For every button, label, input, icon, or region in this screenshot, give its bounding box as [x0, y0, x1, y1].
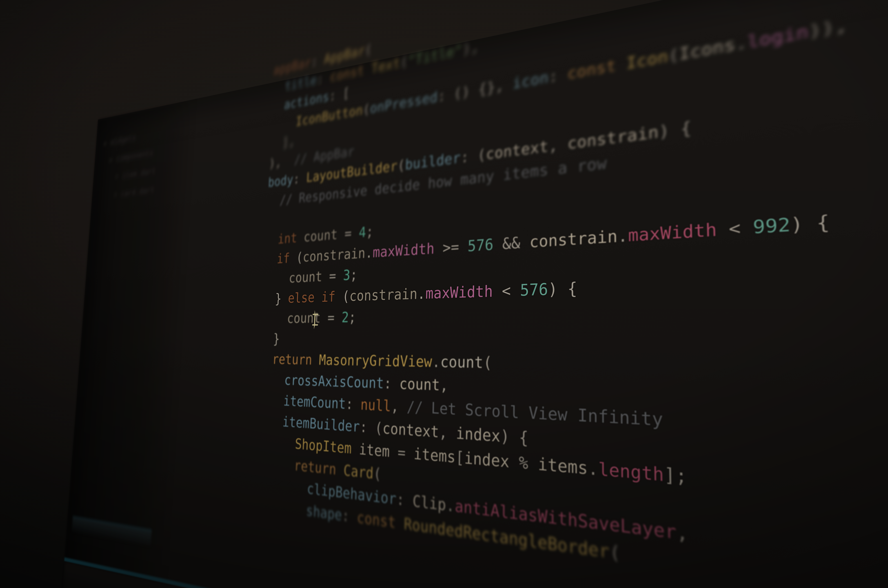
code-token: (	[374, 464, 382, 483]
code-token: =	[322, 267, 344, 285]
code-token: ) {	[548, 278, 578, 299]
code-token: login	[747, 21, 809, 52]
code-token: else if	[288, 288, 343, 306]
code-token: RoundedRectangleBorder	[404, 514, 610, 562]
code-token: shape	[306, 501, 342, 524]
code-token: constrain	[303, 244, 366, 265]
status-bar[interactable]	[64, 557, 888, 588]
code-token: count	[287, 309, 321, 326]
code-token: icon	[513, 68, 549, 92]
code-token: :	[345, 395, 361, 413]
code-token: ),	[462, 38, 479, 58]
code-token: : [	[329, 85, 350, 104]
code-token: :	[316, 69, 330, 87]
code-token: item	[359, 440, 390, 460]
monitor-screen: ▸ widgets ▸ components • item.dart • car…	[60, 0, 888, 588]
code-token: 4	[358, 224, 366, 241]
code-token: int	[278, 229, 304, 247]
code-token: ),	[268, 152, 294, 171]
code-token: count	[303, 226, 338, 245]
code-token: .	[735, 32, 748, 54]
code-token: ,	[440, 376, 448, 394]
code-token: .	[365, 244, 373, 261]
code-token: .	[432, 352, 441, 371]
file-explorer-sidebar[interactable]: ▸ widgets ▸ components • item.dart • car…	[60, 99, 196, 588]
code-token: ) {	[500, 426, 528, 448]
code-token: <	[493, 280, 520, 300]
code-token: // Let Scroll View Infinity	[406, 398, 663, 430]
code-token: ,	[439, 423, 456, 442]
code-token: ,	[391, 397, 407, 416]
code-token: body	[268, 172, 294, 190]
code-token: :	[293, 170, 307, 187]
code-token: ],	[282, 133, 296, 150]
code-token: MasonryGridView	[319, 351, 432, 370]
code-content[interactable]: appBar: AppBar( title: const Text("Title…	[203, 0, 875, 588]
code-token: index	[456, 423, 501, 446]
code-token: =	[338, 224, 359, 243]
code-editor[interactable]: ▸ widgets ▸ components • item.dart • car…	[60, 0, 888, 588]
code-token: :	[396, 490, 413, 510]
code-token: ;	[366, 223, 374, 240]
code-token: constrain	[567, 122, 659, 153]
code-token: Icons	[679, 34, 736, 64]
code-token: ;	[350, 266, 358, 283]
code-token: (	[363, 100, 370, 118]
code-token: ShopItem	[295, 435, 359, 458]
code-token: %	[509, 452, 538, 474]
code-token	[218, 218, 225, 233]
code-token: (	[342, 288, 350, 304]
code-token: count	[440, 352, 483, 372]
code-token: ;	[348, 309, 356, 326]
code-line[interactable]: shape: const RoundedRectangleBorder(	[203, 486, 875, 588]
code-token: Icon	[626, 46, 668, 73]
code-token: <	[717, 216, 753, 240]
code-token: const	[567, 54, 626, 83]
code-token: return	[272, 351, 319, 368]
code-token: itemBuilder	[282, 413, 360, 436]
code-token: &&	[494, 233, 530, 254]
code-token: 992	[753, 214, 791, 238]
code-token: (	[398, 156, 405, 174]
code-token: : (	[360, 418, 383, 437]
code-token: :	[342, 506, 357, 526]
code-token: maxWidth	[628, 219, 717, 246]
code-token: :	[384, 374, 400, 393]
code-token: null	[360, 396, 391, 415]
code-token: .	[588, 458, 598, 480]
code-token: return	[294, 457, 344, 479]
sidebar-ghost-content: ▸ widgets ▸ components • item.dart • car…	[90, 99, 196, 225]
code-token: items	[538, 454, 588, 479]
code-token: const	[357, 508, 404, 533]
code-token: Clip	[412, 492, 446, 514]
code-token: =	[320, 309, 342, 326]
code-token: (	[296, 249, 303, 266]
code-token: }	[273, 331, 280, 346]
code-token: count	[288, 268, 322, 286]
code-token: count	[399, 375, 440, 394]
code-token: >=	[434, 237, 468, 257]
code-token: itemCount	[283, 392, 346, 412]
code-token: if	[277, 250, 297, 267]
code-token: (	[365, 41, 372, 58]
code-token: :	[311, 52, 324, 69]
code-token: =	[390, 442, 414, 463]
code-token: 2	[341, 309, 349, 326]
code-token: (	[483, 353, 492, 372]
code-token: Card	[343, 461, 374, 482]
code-token: (	[400, 53, 408, 70]
code-token: )),	[808, 14, 848, 42]
code-token: crossAxisCount	[284, 372, 384, 392]
code-token: maxWidth	[372, 240, 435, 261]
code-token: maxWidth	[425, 282, 493, 302]
code-token: index	[464, 448, 510, 472]
code-token: context	[382, 419, 439, 441]
code-token: ];	[664, 464, 687, 488]
code-token: constrain	[530, 226, 618, 252]
code-token: Text	[371, 55, 400, 76]
code-token: length	[598, 459, 664, 486]
code-token: }	[275, 290, 288, 306]
code-token: ) {	[658, 117, 692, 142]
code-token: 3	[343, 267, 351, 284]
code-token: (	[668, 44, 679, 66]
